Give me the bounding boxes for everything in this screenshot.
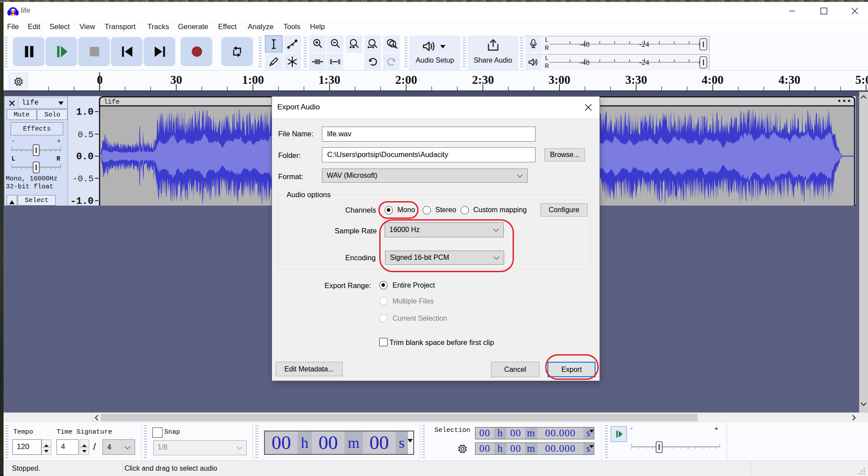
svg-text:-48: -48: [580, 58, 590, 67]
svg-text:-1.0: -1.0: [70, 196, 94, 206]
svg-text:3:00: 3:00: [548, 73, 570, 86]
svg-text:0.0: 0.0: [76, 151, 94, 162]
svg-text:1:00: 1:00: [242, 73, 264, 86]
svg-text:30: 30: [170, 73, 182, 86]
svg-text:5:00: 5:00: [855, 73, 868, 86]
svg-text:1.0: 1.0: [76, 107, 94, 118]
svg-text:-24: -24: [639, 40, 649, 49]
svg-text:4:30: 4:30: [778, 73, 800, 86]
svg-text:-24: -24: [639, 58, 649, 67]
svg-text:0: 0: [97, 73, 103, 86]
svg-text:2:00: 2:00: [395, 73, 417, 86]
svg-text:3:30: 3:30: [625, 73, 647, 86]
svg-text:-48: -48: [580, 40, 590, 49]
svg-text:2:30: 2:30: [472, 73, 494, 86]
svg-text:life: life: [104, 98, 120, 106]
svg-text:4:00: 4:00: [702, 73, 724, 86]
svg-text:0.5: 0.5: [78, 130, 94, 140]
svg-text:1:30: 1:30: [318, 73, 340, 86]
svg-text:-0.5: -0.5: [72, 174, 94, 184]
